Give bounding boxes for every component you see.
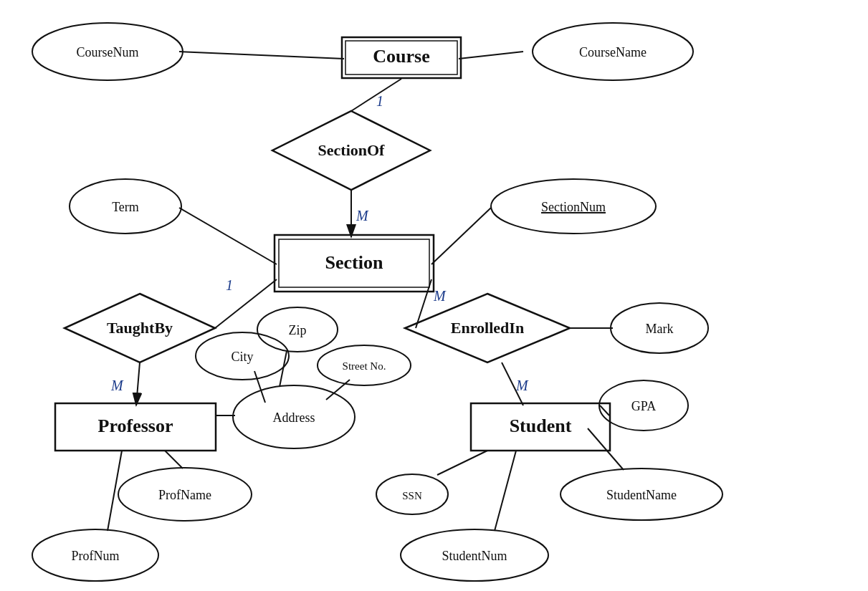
city-attr: City [231, 350, 253, 364]
sectionof-relation: SectionOf [318, 141, 386, 159]
svg-text:M: M [356, 208, 369, 224]
zip-attr: Zip [289, 323, 307, 337]
course-entity: Course [373, 46, 429, 67]
svg-text:M: M [515, 378, 529, 393]
svg-line-20 [254, 371, 265, 403]
svg-line-8 [179, 208, 277, 264]
svg-line-6 [179, 52, 344, 59]
svg-text:1: 1 [226, 277, 233, 293]
svg-text:M: M [110, 378, 124, 393]
term-attr: Term [112, 200, 139, 214]
coursename-attr: CourseName [579, 45, 647, 59]
svg-line-28 [437, 451, 487, 475]
svg-line-10 [215, 279, 277, 328]
gpa-attr: GPA [631, 399, 656, 413]
svg-line-26 [588, 428, 624, 470]
svg-text:M: M [433, 288, 447, 304]
coursenum-attr: CourseNum [77, 45, 139, 59]
svg-line-9 [431, 208, 491, 264]
studentname-attr: StudentName [606, 488, 677, 502]
svg-line-23 [165, 451, 183, 469]
studentnum-attr: StudentNum [442, 549, 507, 563]
ssn-attr: SSN [402, 490, 422, 501]
mark-attr: Mark [646, 322, 674, 336]
taughtby-relation: TaughtBy [107, 319, 173, 337]
professor-entity: Professor [98, 415, 173, 436]
svg-line-14 [136, 362, 140, 405]
enrolledin-relation: EnrolledIn [451, 319, 524, 337]
svg-text:1: 1 [376, 93, 383, 109]
profname-attr: ProfName [158, 488, 211, 502]
svg-line-7 [459, 52, 523, 59]
sectionnum-attr: SectionNum [541, 200, 606, 214]
svg-line-24 [108, 451, 122, 531]
streetno-attr: Street No. [343, 360, 386, 372]
profnum-attr: ProfNum [72, 549, 120, 563]
address-attr: Address [273, 410, 315, 425]
student-entity: Student [510, 415, 572, 436]
section-entity: Section [325, 252, 383, 273]
svg-line-27 [495, 451, 516, 531]
